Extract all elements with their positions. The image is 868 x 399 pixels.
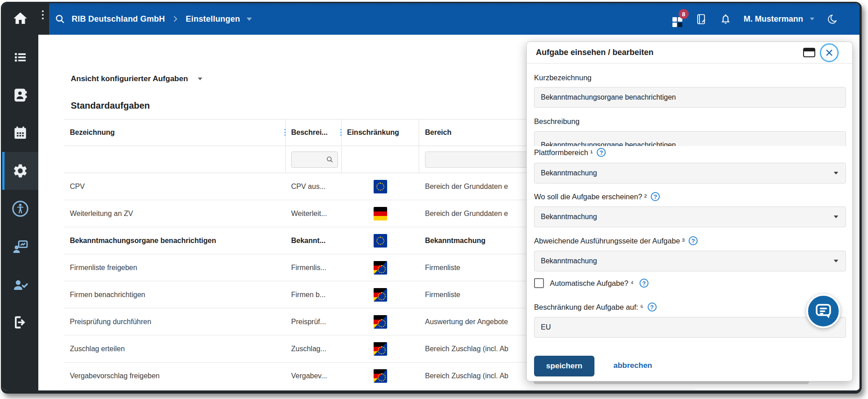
user-menu[interactable]: M. Mustermann — [744, 14, 803, 24]
chevron-down-icon[interactable] — [247, 18, 252, 21]
close-button[interactable] — [820, 43, 839, 62]
sidebar-item-home[interactable] — [11, 9, 29, 28]
more-options-kebab-icon[interactable] — [42, 10, 44, 12]
search-icon[interactable] — [55, 14, 65, 24]
sidebar-item-tasks[interactable] — [11, 48, 29, 66]
plattformbereich-label: Plattformbereich ¹ — [534, 148, 606, 157]
chat-button[interactable] — [806, 294, 841, 328]
restriction-flag-icon — [374, 288, 387, 302]
column-resize-handle-icon[interactable] — [284, 129, 286, 130]
task-desc-cell: Vergabev... — [286, 362, 342, 389]
select-caret-icon — [834, 260, 838, 262]
dialog-title: Aufgabe einsehen / bearbeiten — [536, 48, 653, 57]
sidebar-item-contacts[interactable] — [11, 86, 29, 104]
restriction-flag-icon — [374, 180, 387, 193]
plattformbereich-select[interactable]: Bekanntmachung — [534, 163, 846, 183]
ausfuehrungsseite-label: Abweichende Ausführungsseite der Aufgabe… — [534, 236, 698, 245]
task-desc-cell: Bekannt... — [286, 227, 342, 254]
section-title: Standardaufgaben — [71, 101, 150, 111]
help-icon[interactable] — [597, 148, 606, 157]
erscheinen-select[interactable]: Bekanntmachung — [534, 206, 846, 227]
task-name-cell: CPV — [64, 173, 286, 200]
help-icon[interactable] — [689, 236, 698, 245]
ausfuehrungsseite-select[interactable]: Bekanntmachung — [534, 251, 846, 271]
close-icon — [824, 48, 834, 58]
automatische-aufgabe-checkbox[interactable] — [534, 278, 544, 288]
view-selector-label: Ansicht konfigurierter Aufgaben — [71, 74, 188, 83]
task-name-cell: Bekanntmachungsorgane benachrichtigen — [64, 227, 286, 254]
accessibility-icon — [12, 200, 29, 217]
contacts-icon — [13, 87, 28, 103]
help-icon[interactable] — [651, 192, 660, 201]
notification-count-badge: 8 — [679, 9, 689, 19]
chat-bubble-icon — [814, 302, 832, 320]
task-desc-cell: Weiterleit... — [286, 200, 342, 227]
task-desc-cell: Firmen b... — [286, 281, 342, 308]
cancel-button[interactable]: abbrechen — [613, 361, 652, 370]
dark-mode-moon-icon[interactable] — [827, 14, 838, 25]
sidebar-item-settings[interactable] — [11, 162, 29, 180]
view-selector[interactable]: Ansicht konfigurierter Aufgaben — [71, 74, 202, 83]
task-name-cell: Weiterleitung an ZV — [64, 200, 286, 227]
sidebar-item-coaching[interactable] — [11, 238, 29, 256]
automatische-aufgabe-row: Automatische Aufgabe? ⁴ — [534, 278, 649, 288]
view-selector-caret-icon — [198, 78, 202, 80]
restriction-flag-icon — [374, 315, 387, 329]
edit-task-dialog: Aufgabe einsehen / bearbeiten Kurzbezeic… — [526, 41, 853, 381]
calendar-icon — [13, 125, 28, 141]
sidebar-item-calendar[interactable] — [11, 124, 29, 142]
column-header-bezeichnung[interactable]: Bezeichnung — [64, 119, 286, 146]
sidebar-item-accessibility[interactable] — [11, 200, 29, 218]
beschraenkung-input[interactable] — [534, 317, 846, 338]
task-name-cell: Firmen benachrichtigen — [64, 281, 286, 308]
search-icon — [326, 156, 333, 163]
apps-grid-icon[interactable]: 8 — [672, 14, 683, 24]
app-window: RIB Deutschland GmbH Einstellungen 8 M — [1, 2, 862, 394]
task-desc-cell: Firmenlis... — [286, 254, 342, 281]
save-button[interactable]: speichern — [534, 356, 594, 376]
notifications-bell-icon[interactable] — [720, 13, 731, 25]
restriction-flag-icon — [374, 234, 387, 248]
task-name-cell: Firmenliste freigeben — [64, 254, 286, 281]
breadcrumb-section[interactable]: Einstellungen — [186, 14, 240, 24]
notes-edit-icon[interactable] — [695, 13, 708, 25]
maximize-window-icon[interactable] — [803, 48, 815, 57]
task-desc-cell: Zuschlag... — [286, 335, 342, 362]
erscheinen-label: Wo soll die Aufgabe erscheinen? ² — [534, 192, 660, 201]
column-resize-handle-icon[interactable] — [340, 129, 342, 130]
settings-gear-icon — [12, 163, 28, 179]
restriction-flag-icon — [374, 207, 387, 220]
task-name-cell: Vergabevorschlag freigeben — [64, 362, 286, 389]
sidebar-item-user-check[interactable] — [11, 275, 29, 294]
kurzbezeichnung-input[interactable] — [534, 87, 846, 108]
automatische-aufgabe-label: Automatische Aufgabe? ⁴ — [550, 279, 634, 288]
column-header-einschraenkung[interactable]: Einschränkung — [342, 119, 419, 146]
sidebar-item-logout[interactable] — [11, 313, 29, 331]
beschreibung-textarea[interactable]: Bekanntmachungsorgane benachrichtigen — [534, 131, 846, 146]
beschreibung-filter-input[interactable] — [291, 151, 338, 168]
kurzbezeichnung-label: Kurzbezeichnung — [534, 73, 592, 82]
left-sidebar — [2, 35, 38, 390]
select-caret-icon — [834, 172, 838, 174]
logout-icon — [12, 314, 28, 330]
chevron-right-icon — [171, 15, 179, 23]
restriction-flag-icon — [374, 261, 387, 275]
task-name-cell: Zuschlag erteilen — [64, 335, 286, 362]
column-header-beschreibung[interactable]: Beschrei... — [286, 119, 342, 146]
restriction-flag-icon — [374, 369, 387, 383]
screen: RIB Deutschland GmbH Einstellungen 8 M — [0, 0, 868, 399]
beschreibung-label: Beschreibung — [534, 117, 580, 126]
task-list-icon — [13, 50, 28, 65]
help-icon[interactable] — [648, 303, 657, 312]
task-desc-cell: Preisprüf... — [286, 308, 342, 335]
user-check-icon — [12, 276, 29, 293]
dialog-header: Aufgabe einsehen / bearbeiten — [527, 42, 852, 64]
user-menu-caret-icon[interactable] — [810, 18, 814, 20]
help-icon[interactable] — [640, 279, 649, 288]
top-header: RIB Deutschland GmbH Einstellungen 8 M — [2, 3, 859, 35]
task-name-cell: Preisprüfung durchführen — [64, 308, 286, 335]
sidebar-corner-block — [2, 3, 49, 35]
beschraenkung-label: Beschränkung der Aufgabe auf: ⁶ — [534, 303, 657, 312]
breadcrumb-company[interactable]: RIB Deutschland GmbH — [72, 14, 165, 24]
select-caret-icon — [834, 216, 838, 218]
